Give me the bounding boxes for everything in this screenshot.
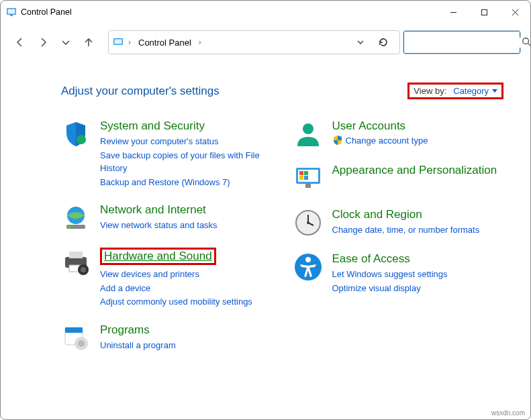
category-link[interactable]: Backup and Restore (Windows 7) [100, 176, 272, 189]
svg-marker-12 [492, 89, 497, 93]
svg-rect-33 [305, 184, 311, 188]
svg-rect-30 [304, 171, 308, 175]
svg-rect-16 [68, 226, 71, 227]
minimize-button[interactable] [438, 1, 469, 23]
view-by-value[interactable]: Category [453, 86, 497, 96]
category-title[interactable]: System and Security [100, 119, 272, 133]
category-title[interactable]: Programs [100, 323, 176, 337]
category-title[interactable]: Network and Internet [100, 203, 218, 217]
left-column: System and Security Review your computer… [61, 119, 272, 353]
category-link[interactable]: View devices and printers [100, 268, 252, 281]
svg-rect-32 [304, 176, 308, 180]
refresh-button[interactable] [371, 30, 395, 54]
category-link[interactable]: Let Windows suggest settings [332, 268, 448, 281]
category-programs: Programs Uninstall a program [61, 323, 272, 353]
svg-point-39 [305, 257, 311, 262]
category-title[interactable]: User Accounts [332, 119, 428, 133]
search-icon [522, 37, 531, 48]
shield-icon [61, 119, 91, 149]
category-link[interactable]: Change account type [332, 135, 428, 146]
svg-point-26 [303, 123, 313, 134]
recent-button[interactable] [56, 32, 76, 52]
watermark: wsxdn.com [491, 409, 525, 417]
category-appearance: Appearance and Personalization [293, 164, 504, 193]
svg-rect-31 [299, 176, 303, 180]
category-user-accounts: User Accounts Change account type [293, 119, 504, 149]
up-button[interactable] [79, 32, 99, 52]
view-by-control[interactable]: View by: Category [407, 83, 503, 99]
clock-icon [293, 208, 323, 238]
maximize-button[interactable] [469, 1, 499, 23]
category-title[interactable]: Appearance and Personalization [332, 164, 497, 177]
titlebar: Control Panel [1, 1, 530, 23]
view-by-label: View by: [414, 86, 446, 96]
forward-button[interactable] [33, 32, 53, 52]
address-dropdown[interactable] [352, 32, 369, 52]
window-controls [438, 1, 530, 23]
svg-point-37 [307, 221, 309, 224]
search-box[interactable] [403, 30, 521, 54]
monitor-icon [293, 164, 323, 193]
svg-point-21 [81, 267, 86, 272]
category-link[interactable]: View network status and tasks [100, 219, 218, 232]
category-hardware-sound: Hardware and Sound View devices and prin… [61, 248, 272, 309]
chevron-right-icon: › [197, 38, 203, 47]
programs-icon [61, 323, 91, 353]
category-grid: System and Security Review your computer… [61, 119, 503, 353]
category-link[interactable]: Save backup copies of your files with Fi… [100, 149, 272, 175]
category-link[interactable]: Optimize visual display [332, 282, 448, 295]
window-title: Control Panel [21, 7, 72, 17]
svg-point-13 [77, 135, 86, 144]
svg-rect-29 [299, 171, 303, 175]
svg-line-11 [528, 43, 531, 46]
printer-icon [61, 248, 91, 277]
category-link[interactable]: Review your computer's status [100, 135, 272, 148]
category-clock-region: Clock and Region Change date, time, or n… [293, 208, 504, 238]
svg-rect-2 [10, 15, 13, 16]
user-icon [293, 119, 323, 149]
category-ease-access: Ease of Access Let Windows suggest setti… [293, 252, 504, 295]
address-bar[interactable]: › Control Panel › [108, 30, 400, 54]
svg-rect-23 [65, 327, 83, 333]
chevron-right-icon: › [126, 38, 133, 47]
svg-point-25 [78, 340, 85, 347]
close-button[interactable] [499, 1, 530, 23]
breadcrumb-item[interactable]: Control Panel [136, 38, 194, 48]
category-network-internet: Network and Internet View network status… [61, 203, 272, 233]
category-link[interactable]: Change date, time, or number formats [332, 223, 480, 237]
category-link[interactable]: Uninstall a program [100, 339, 176, 352]
accessibility-icon [293, 252, 323, 282]
category-system-security: System and Security Review your computer… [61, 119, 272, 189]
uac-shield-icon [332, 135, 343, 146]
search-input[interactable] [409, 38, 522, 48]
right-column: User Accounts Change account type Appear… [293, 119, 504, 353]
category-title[interactable]: Ease of Access [332, 252, 448, 266]
category-title[interactable]: Hardware and Sound [100, 248, 216, 265]
svg-rect-4 [481, 9, 487, 15]
content-area: Adjust your computer's settings View by:… [1, 64, 530, 360]
globe-icon [61, 203, 91, 233]
svg-rect-18 [69, 252, 83, 258]
category-link[interactable]: Adjust commonly used mobility settings [100, 295, 252, 309]
content-header: Adjust your computer's settings View by:… [61, 83, 503, 99]
svg-rect-1 [8, 9, 15, 14]
control-panel-icon [6, 7, 17, 17]
back-button[interactable] [10, 32, 30, 52]
svg-point-10 [523, 38, 529, 44]
control-panel-icon [113, 37, 124, 48]
category-title[interactable]: Clock and Region [332, 208, 480, 221]
category-link[interactable]: Add a device [100, 282, 252, 295]
svg-rect-9 [115, 40, 122, 44]
toolbar: › Control Panel › [1, 23, 530, 64]
page-title: Adjust your computer's settings [61, 85, 220, 98]
chevron-down-icon [492, 89, 497, 94]
